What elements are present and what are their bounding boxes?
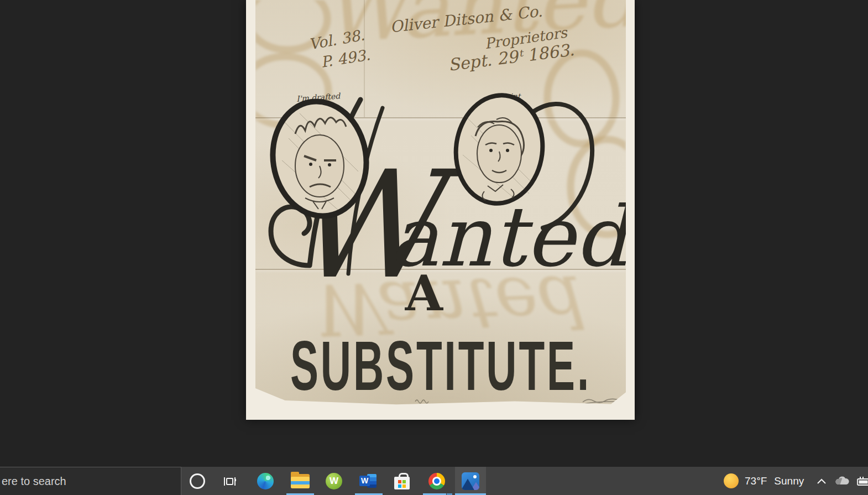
onedrive-cloud-icon[interactable] (834, 476, 850, 486)
cortana-button[interactable] (184, 467, 211, 495)
search-box-text: ere to search (0, 475, 66, 488)
webroot-icon: W (326, 473, 342, 489)
microsoft-store-button[interactable] (389, 467, 415, 495)
title-substitute: SUBSTITUTE. (259, 325, 623, 407)
sheet-music-photo[interactable]: Wanted Wanted Oliver Ditson & Co. Propri… (246, 0, 635, 420)
pencil-scribble (582, 397, 620, 405)
task-view-button[interactable] (217, 467, 243, 495)
word-button[interactable]: W (355, 467, 381, 495)
photos-button[interactable] (455, 467, 486, 495)
sheet-music-paper: Wanted Wanted Oliver Ditson & Co. Propri… (255, 0, 626, 407)
photo-viewer-canvas: Wanted Wanted Oliver Ditson & Co. Propri… (0, 0, 868, 467)
weather-temperature[interactable]: 73°F (745, 475, 767, 487)
chrome-button[interactable] (423, 467, 450, 495)
system-tray: 73°F Sunny (724, 467, 868, 495)
battery-charging-icon[interactable] (857, 476, 868, 486)
weather-sun-icon[interactable] (724, 473, 739, 488)
photos-icon (462, 472, 479, 490)
edge-button[interactable] (252, 467, 279, 495)
word-icon: W (359, 473, 377, 489)
windows-taskbar: ere to search W W (0, 467, 868, 495)
weather-condition[interactable]: Sunny (774, 475, 804, 487)
task-view-icon (223, 474, 237, 488)
taskbar-search-box[interactable]: ere to search (0, 467, 181, 495)
webroot-button[interactable]: W (321, 467, 347, 495)
cortana-icon (190, 473, 205, 489)
engraver-mark (415, 398, 430, 404)
microsoft-store-icon (394, 473, 410, 489)
edge-icon (257, 473, 274, 489)
title-article-a: A (388, 264, 460, 322)
file-explorer-button[interactable] (287, 467, 313, 495)
chrome-icon (428, 473, 445, 489)
chevron-up-icon[interactable] (816, 478, 827, 484)
file-explorer-icon (291, 474, 310, 488)
